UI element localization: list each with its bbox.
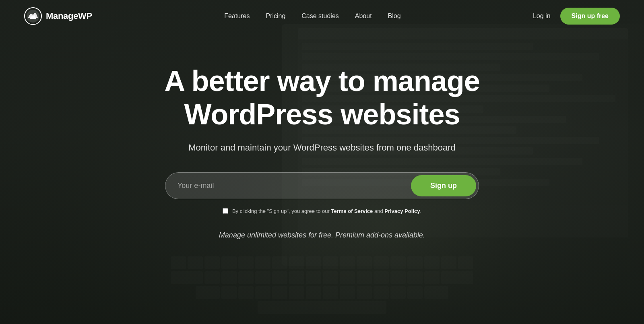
nav-right: Log in Sign up free xyxy=(533,8,620,25)
nav-item-case-studies[interactable]: Case studies xyxy=(293,12,347,20)
terms-text: By clicking the "Sign up", you agree to … xyxy=(232,208,421,214)
hero-title: A better way to manage WordPress website… xyxy=(141,64,503,131)
terms-of-service-link[interactable]: Terms of Service xyxy=(331,208,373,214)
signup-form: Sign up xyxy=(165,172,479,199)
email-input[interactable] xyxy=(178,177,411,195)
nav-item-pricing[interactable]: Pricing xyxy=(258,12,293,20)
login-link[interactable]: Log in xyxy=(533,12,551,20)
nav-links: Features Pricing Case studies About Blog xyxy=(216,12,409,20)
nav-item-blog[interactable]: Blog xyxy=(380,12,409,20)
logo[interactable]: ManageWP xyxy=(24,7,92,25)
navbar: ManageWP Features Pricing Case studies A… xyxy=(0,0,644,32)
hero-subtitle: Monitor and maintain your WordPress webs… xyxy=(188,142,456,153)
hero-tagline: Manage unlimited websites for free. Prem… xyxy=(219,231,425,239)
nav-item-about[interactable]: About xyxy=(347,12,380,20)
hero-section: ManageWP Features Pricing Case studies A… xyxy=(0,0,644,324)
form-signup-button[interactable]: Sign up xyxy=(411,175,476,196)
logo-text: ManageWP xyxy=(46,11,92,21)
privacy-policy-link[interactable]: Privacy Policy xyxy=(384,208,420,214)
nav-item-features[interactable]: Features xyxy=(216,12,258,20)
terms-checkbox[interactable] xyxy=(223,208,228,214)
nav-signup-button[interactable]: Sign up free xyxy=(560,8,620,25)
terms-row: By clicking the "Sign up", you agree to … xyxy=(223,208,421,214)
hero-content: A better way to manage WordPress website… xyxy=(0,64,644,239)
logo-icon xyxy=(24,7,42,25)
